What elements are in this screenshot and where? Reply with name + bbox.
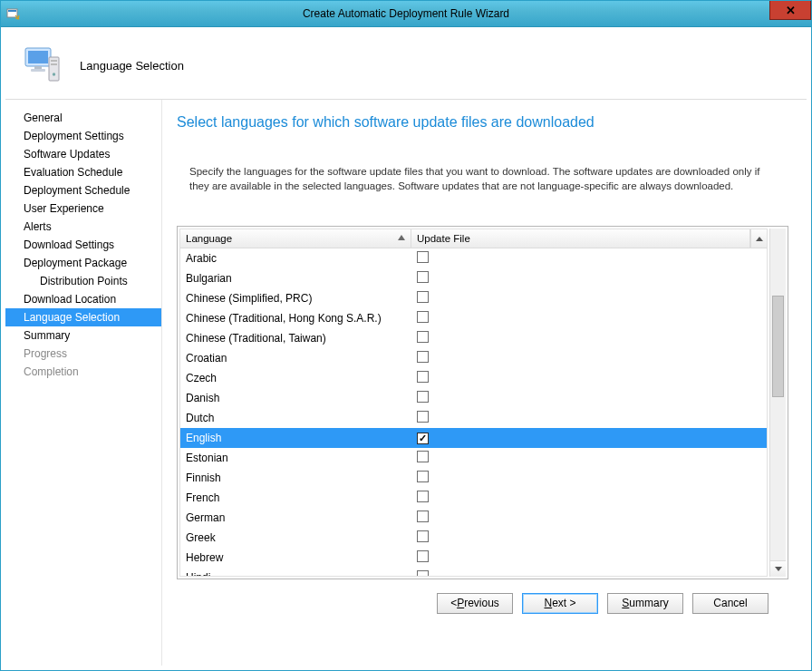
language-name: Czech	[180, 372, 411, 384]
next-button[interactable]: Next >	[522, 593, 598, 614]
cancel-button[interactable]: Cancel	[692, 593, 768, 614]
update-file-checkbox[interactable]	[417, 451, 429, 462]
language-grid-inner: Language Update File ArabicBulgarianChin…	[179, 229, 768, 577]
language-name: English	[180, 432, 411, 444]
cancel-button-label: Cancel	[713, 597, 747, 609]
language-row[interactable]: Czech	[180, 368, 767, 388]
update-file-cell	[411, 391, 767, 405]
svg-rect-6	[51, 63, 57, 65]
language-row[interactable]: Estonian	[180, 448, 767, 468]
language-row[interactable]: Arabic	[180, 248, 767, 268]
close-icon: ✕	[786, 5, 796, 16]
language-row[interactable]: English	[180, 428, 767, 448]
update-file-cell	[411, 511, 767, 525]
sidebar-item-alerts[interactable]: Alerts	[5, 218, 161, 236]
language-row[interactable]: Croatian	[180, 348, 767, 368]
sidebar-item-software-updates[interactable]: Software Updates	[5, 145, 161, 163]
scroll-down-button[interactable]	[770, 560, 786, 577]
update-file-cell	[411, 411, 767, 425]
update-file-cell	[411, 351, 767, 365]
sidebar: GeneralDeployment SettingsSoftware Updat…	[5, 100, 162, 666]
update-file-checkbox[interactable]	[417, 371, 429, 383]
update-file-checkbox[interactable]	[417, 391, 429, 403]
chevron-up-icon	[756, 237, 763, 241]
update-file-checkbox[interactable]	[417, 491, 429, 502]
sidebar-item-download-location[interactable]: Download Location	[5, 290, 161, 308]
update-file-checkbox[interactable]	[417, 271, 429, 283]
language-row[interactable]: Bulgarian	[180, 268, 767, 288]
svg-rect-9	[31, 69, 45, 72]
sidebar-item-deployment-schedule[interactable]: Deployment Schedule	[5, 181, 161, 199]
update-file-checkbox[interactable]	[417, 570, 429, 576]
svg-rect-3	[28, 51, 48, 63]
update-file-cell	[411, 550, 767, 565]
update-file-checkbox[interactable]	[417, 411, 429, 423]
sidebar-item-language-selection[interactable]: Language Selection	[5, 308, 161, 326]
update-file-cell	[411, 251, 767, 266]
svg-point-7	[53, 73, 55, 75]
language-row[interactable]: Chinese (Traditional, Hong Kong S.A.R.)	[180, 308, 767, 328]
close-button[interactable]: ✕	[769, 1, 811, 20]
language-name: Chinese (Traditional, Taiwan)	[180, 332, 411, 345]
grid-rows[interactable]: ArabicBulgarianChinese (Simplified, PRC)…	[180, 248, 767, 576]
language-row[interactable]: German	[180, 508, 767, 528]
scrollbar-thumb[interactable]	[772, 296, 784, 397]
sidebar-item-summary[interactable]: Summary	[5, 326, 161, 345]
update-file-cell	[411, 451, 767, 465]
update-file-checkbox[interactable]	[417, 471, 429, 482]
svg-rect-8	[34, 66, 42, 69]
update-file-cell	[411, 371, 767, 385]
wizard-inner: Language Selection GeneralDeployment Set…	[5, 31, 807, 666]
language-name: Danish	[180, 392, 411, 404]
language-name: German	[180, 511, 411, 524]
update-file-cell	[411, 311, 767, 326]
page-title: Select languages for which software upda…	[177, 114, 788, 131]
app-icon	[6, 6, 21, 21]
svg-rect-5	[51, 60, 57, 62]
sidebar-item-download-settings[interactable]: Download Settings	[5, 236, 161, 254]
language-name: Arabic	[180, 252, 411, 265]
language-name: Finnish	[180, 472, 411, 484]
summary-button[interactable]: Summary	[607, 593, 683, 614]
update-file-checkbox[interactable]	[417, 433, 429, 444]
language-row[interactable]: Hindi	[180, 568, 767, 576]
update-file-checkbox[interactable]	[417, 550, 429, 562]
svg-rect-1	[8, 10, 16, 12]
sidebar-item-evaluation-schedule[interactable]: Evaluation Schedule	[5, 163, 161, 181]
update-file-checkbox[interactable]	[417, 291, 429, 303]
wizard-header-icon	[22, 44, 63, 86]
update-file-checkbox[interactable]	[417, 311, 429, 323]
language-row[interactable]: Hebrew	[180, 548, 767, 568]
language-name: Hindi	[180, 571, 411, 576]
column-header-update-file-label: Update File	[417, 233, 470, 244]
language-row[interactable]: Chinese (Simplified, PRC)	[180, 288, 767, 308]
sidebar-item-deployment-package[interactable]: Deployment Package	[5, 254, 161, 272]
update-file-checkbox[interactable]	[417, 351, 429, 363]
update-file-checkbox[interactable]	[417, 251, 429, 263]
sort-ascending-icon	[398, 235, 405, 240]
column-header-update-file[interactable]: Update File	[411, 229, 750, 248]
column-header-language[interactable]: Language	[180, 229, 411, 248]
update-file-checkbox[interactable]	[417, 530, 429, 542]
update-file-cell	[411, 291, 767, 306]
language-name: Estonian	[180, 452, 411, 464]
vertical-scrollbar[interactable]	[769, 229, 786, 577]
sidebar-item-general[interactable]: General	[5, 109, 161, 127]
update-file-cell	[411, 491, 767, 505]
sidebar-item-distribution-points[interactable]: Distribution Points	[5, 272, 161, 290]
language-row[interactable]: Chinese (Traditional, Taiwan)	[180, 328, 767, 348]
update-file-cell	[411, 432, 767, 444]
language-row[interactable]: Finnish	[180, 468, 767, 488]
sidebar-item-deployment-settings[interactable]: Deployment Settings	[5, 127, 161, 145]
scroll-up-button[interactable]	[750, 229, 767, 248]
update-file-checkbox[interactable]	[417, 331, 429, 343]
language-row[interactable]: Dutch	[180, 408, 767, 428]
language-row[interactable]: French	[180, 488, 767, 508]
language-name: Hebrew	[180, 551, 411, 564]
update-file-checkbox[interactable]	[417, 511, 429, 522]
language-row[interactable]: Danish	[180, 388, 767, 408]
language-name: Dutch	[180, 412, 411, 424]
previous-button[interactable]: < Previous	[437, 593, 513, 614]
language-row[interactable]: Greek	[180, 528, 767, 548]
sidebar-item-user-experience[interactable]: User Experience	[5, 199, 161, 218]
